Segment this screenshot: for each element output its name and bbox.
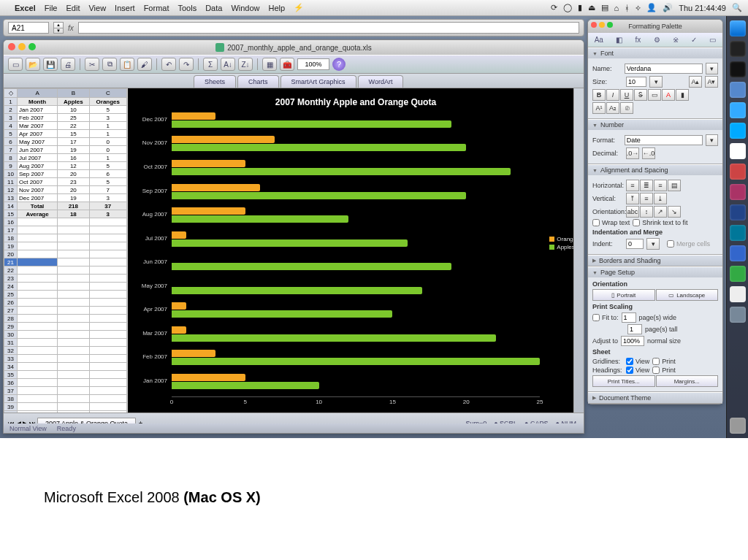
align-left-button[interactable]: ≡ (626, 180, 639, 191)
underline-button[interactable]: U (620, 89, 633, 101)
toolbox-project-icon[interactable]: ▭ (709, 36, 716, 44)
formula-input[interactable] (78, 22, 579, 34)
menu-edit[interactable]: Edit (66, 4, 80, 12)
palette-zoom-icon[interactable] (607, 22, 613, 28)
gridlines-view-checkbox[interactable]: View (626, 358, 649, 365)
shrink-fit-checkbox[interactable]: Shrink text to fit (633, 219, 687, 226)
orient-v-button[interactable]: ↕ (640, 206, 653, 218)
menu-data[interactable]: Data (205, 4, 222, 12)
increase-decimal-button[interactable]: .0→ (626, 147, 639, 159)
section-number[interactable]: Number (588, 120, 722, 130)
toolbox-formula-icon[interactable]: fx (635, 36, 641, 44)
valign-bot-button[interactable]: ⤓ (654, 193, 667, 204)
dock-app1-icon[interactable] (730, 164, 746, 180)
dock-textedit-icon[interactable] (730, 286, 746, 302)
indent-input[interactable] (626, 239, 644, 249)
window-titlebar[interactable]: 2007_monthly_apple_and_orange_quota.xls (4, 40, 584, 55)
dock-skype-icon[interactable] (730, 123, 746, 139)
dock-safari-icon[interactable] (730, 102, 746, 118)
eject-icon[interactable]: ⏏ (588, 3, 595, 12)
spreadsheet-grid[interactable]: ◇ABC1MonthApplesOranges2Jan 20071053Feb … (4, 88, 128, 413)
orient-cw-button[interactable]: ↘ (668, 206, 681, 218)
toolbox-format-icon[interactable]: Aa (595, 36, 603, 44)
help-button[interactable]: ? (332, 58, 346, 71)
menu-format[interactable]: Format (144, 4, 169, 12)
dock-excel-icon[interactable] (730, 266, 746, 282)
fit-to-checkbox[interactable]: Fit to: (592, 314, 619, 321)
zoom-icon[interactable] (28, 43, 36, 50)
gallery-tab-wordart[interactable]: WordArt (358, 75, 404, 88)
menu-file[interactable]: File (45, 4, 58, 12)
font-size-stepper[interactable]: ▾ (649, 76, 663, 88)
sort-desc-button[interactable]: Z↓ (238, 58, 253, 71)
menu-view[interactable]: View (88, 4, 106, 12)
dock-dashboard-icon[interactable] (730, 41, 746, 57)
italic-button[interactable]: I (606, 89, 619, 101)
palette-mode-tabs[interactable]: Aa ◧ fx ⚙ ※ ✓ ▭ (588, 33, 722, 47)
gallery-tab-sheets[interactable]: Sheets (194, 75, 236, 88)
dock-finder-icon[interactable] (730, 20, 746, 37)
print-button[interactable]: 🖨 (61, 58, 75, 71)
menu-window[interactable]: Window (231, 4, 259, 12)
minimize-icon[interactable] (18, 43, 26, 50)
font-shrink-button[interactable]: A▾ (705, 76, 718, 88)
dock-trash-icon[interactable] (730, 418, 746, 434)
font-size-input[interactable] (626, 77, 646, 87)
adjust-to-input[interactable] (621, 336, 644, 346)
palette-titlebar[interactable]: Formatting Palette (588, 20, 722, 33)
cut-button[interactable]: ✂ (85, 58, 99, 71)
dock-itunes-icon[interactable] (730, 225, 746, 241)
gallery-tab-smartart[interactable]: SmartArt Graphics (280, 75, 356, 88)
open-button[interactable]: 📂 (26, 58, 40, 71)
bluetooth-icon[interactable]: ᚼ (625, 4, 630, 12)
print-titles-button[interactable]: Print Titles... (592, 375, 655, 387)
toolbox-compat-icon[interactable]: ✓ (691, 36, 697, 44)
new-button[interactable]: ▭ (8, 58, 23, 71)
headings-view-checkbox[interactable]: View (626, 367, 649, 374)
shield-icon[interactable]: ◯ (563, 3, 572, 12)
section-alignment[interactable]: Alignment and Spacing (588, 165, 722, 175)
align-center-button[interactable]: ≣ (640, 180, 653, 191)
section-theme[interactable]: Document Theme (588, 393, 722, 403)
decrease-decimal-button[interactable]: ←.0 (642, 147, 655, 159)
toolbox-ref-icon[interactable]: ※ (673, 36, 679, 44)
orient-ccw-button[interactable]: ↗ (654, 206, 667, 218)
format-painter-button[interactable]: 🖌 (137, 58, 152, 71)
bold-button[interactable]: B (592, 89, 606, 101)
dock-mail-icon[interactable] (730, 82, 746, 98)
valign-mid-button[interactable]: ≡ (640, 193, 653, 204)
clear-format-button[interactable]: ⎚ (620, 102, 633, 114)
dock-word-icon[interactable] (730, 245, 746, 261)
section-borders[interactable]: Borders and Shading (588, 256, 722, 266)
font-name-dropdown[interactable]: ▾ (706, 63, 718, 74)
toolbox-settings-icon[interactable]: ⚙ (654, 36, 660, 44)
margins-button[interactable]: Margins... (656, 375, 719, 387)
number-format-dropdown[interactable]: ▾ (706, 134, 718, 146)
superscript-button[interactable]: A¹ (592, 102, 606, 114)
paste-button[interactable]: 📋 (120, 58, 134, 71)
menu-insert[interactable]: Insert (115, 4, 135, 12)
indent-stepper[interactable]: ▾ (646, 238, 660, 250)
sort-asc-button[interactable]: A↓ (221, 58, 235, 71)
palette-close-icon[interactable] (591, 22, 597, 28)
pages-wide-input[interactable] (622, 312, 636, 323)
battery-icon[interactable]: ▮ (578, 3, 582, 12)
cell-ref-stepper[interactable]: ▲▼ (53, 22, 64, 34)
fill-color-button[interactable]: ▮ (676, 89, 689, 101)
dock-photoshop-icon[interactable] (730, 204, 746, 220)
clock[interactable]: Thu 21:44:49 (679, 4, 726, 12)
subscript-button[interactable]: A₂ (606, 102, 619, 114)
cell-reference-box[interactable]: A21 (8, 22, 49, 34)
undo-button[interactable]: ↶ (161, 58, 176, 71)
scrollbar-vertical[interactable] (573, 88, 584, 413)
script-menu-icon[interactable]: ⚡ (294, 3, 304, 12)
copy-button[interactable]: ⧉ (102, 58, 117, 71)
zoom-box[interactable]: 100% (297, 58, 329, 70)
palette-min-icon[interactable] (599, 22, 605, 28)
dock-terminal-icon[interactable] (730, 61, 746, 77)
flag-icon[interactable]: ▤ (601, 3, 608, 12)
close-icon[interactable] (8, 43, 15, 50)
strike-button[interactable]: S̶ (634, 89, 647, 101)
orient-h-button[interactable]: abc (626, 206, 639, 218)
border-button[interactable]: ▭ (648, 89, 661, 101)
